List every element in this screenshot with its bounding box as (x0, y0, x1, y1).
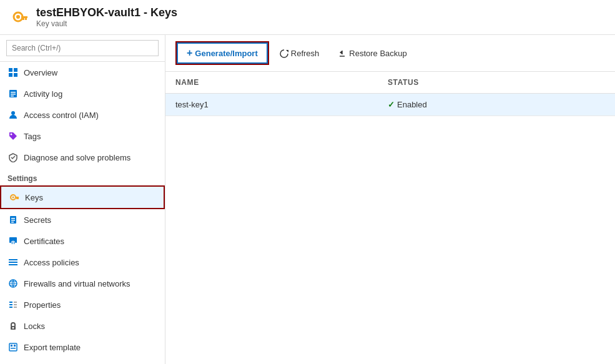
sidebar-item-label-keys: Keys (25, 193, 43, 202)
svg-rect-35 (14, 302, 17, 303)
refresh-button[interactable]: Refresh (272, 44, 328, 62)
sidebar-item-label-tags: Tags (24, 132, 41, 141)
settings-section-header: Settings (0, 168, 165, 185)
sidebar-item-secrets[interactable]: Secrets (0, 209, 165, 230)
column-name: NAME (165, 72, 378, 94)
certificates-icon (7, 235, 19, 247)
page-header: testEHBYOK-vault1 - Keys Key vault (0, 0, 615, 35)
check-icon: ✓ (388, 100, 395, 109)
monitoring-section-header: Monitoring (0, 358, 165, 364)
svg-rect-30 (9, 264, 17, 265)
svg-rect-32 (9, 302, 12, 303)
sidebar-item-label-firewalls: Firewalls and virtual networks (24, 279, 130, 288)
generate-import-label: Generate/Import (195, 49, 257, 58)
svg-rect-22 (11, 218, 15, 219)
keys-table-container: NAME STATUS test-key1 ✓ Enabled (165, 72, 615, 364)
sidebar-item-locks[interactable]: Locks (0, 315, 165, 337)
sidebar-item-firewalls[interactable]: Firewalls and virtual networks (0, 273, 165, 294)
sidebar-item-diagnose[interactable]: Diagnose and solve problems (0, 147, 165, 168)
toolbar: + Generate/Import Refresh Restore Backup (165, 35, 615, 72)
status-label: Enabled (397, 100, 427, 109)
svg-rect-9 (14, 73, 17, 77)
generate-import-highlight: + Generate/Import (175, 41, 269, 65)
svg-rect-28 (9, 259, 17, 260)
sidebar-item-properties[interactable]: Properties (0, 294, 165, 315)
svg-rect-4 (25, 18, 27, 20)
secrets-icon (7, 214, 19, 225)
sidebar-item-activity-log[interactable]: Activity log (0, 83, 165, 104)
restore-backup-label: Restore Backup (349, 49, 407, 58)
export-template-icon (7, 342, 19, 353)
activity-log-icon (7, 88, 19, 99)
svg-rect-27 (12, 242, 14, 245)
svg-point-39 (12, 327, 14, 329)
cell-key-status: ✓ Enabled (378, 94, 615, 116)
access-policies-icon (7, 257, 19, 268)
table-header-row: NAME STATUS (165, 72, 615, 94)
generate-import-button[interactable]: + Generate/Import (177, 42, 268, 64)
status-badge: ✓ Enabled (388, 100, 605, 109)
svg-marker-44 (286, 50, 288, 52)
svg-rect-8 (9, 73, 12, 77)
svg-rect-36 (14, 304, 17, 305)
svg-point-2 (16, 15, 20, 19)
svg-rect-7 (14, 68, 17, 72)
sidebar-item-export-template[interactable]: Export template (0, 337, 165, 358)
sidebar-item-label-activity: Activity log (24, 89, 62, 99)
sidebar-item-label-access: Access control (IAM) (24, 111, 99, 120)
refresh-icon (280, 48, 288, 58)
sidebar-item-overview[interactable]: Overview (0, 62, 165, 83)
tags-icon (7, 130, 19, 142)
search-input[interactable] (6, 40, 159, 56)
svg-rect-13 (11, 96, 14, 97)
svg-rect-11 (11, 92, 16, 93)
access-control-icon (7, 109, 19, 121)
svg-rect-19 (17, 198, 19, 199)
svg-rect-24 (11, 222, 14, 223)
restore-backup-button[interactable]: Restore Backup (330, 44, 415, 62)
sidebar: Overview Activity log Access control (IA… (0, 35, 165, 364)
header-text: testEHBYOK-vault1 - Keys Key vault (36, 6, 177, 28)
sidebar-item-access-control[interactable]: Access control (IAM) (0, 104, 165, 125)
svg-rect-34 (9, 307, 12, 308)
sidebar-item-label-overview: Overview (24, 68, 57, 77)
restore-icon (338, 48, 347, 58)
svg-rect-6 (9, 68, 12, 72)
firewalls-icon (7, 278, 19, 289)
diagnose-icon (7, 152, 19, 163)
sidebar-item-label-policies: Access policies (24, 258, 79, 267)
properties-icon (7, 299, 19, 310)
svg-rect-42 (11, 348, 16, 349)
sidebar-item-label-secrets: Secrets (24, 215, 51, 225)
svg-rect-41 (11, 345, 12, 347)
keys-table: NAME STATUS test-key1 ✓ Enabled (165, 72, 615, 116)
content-area: + Generate/Import Refresh Restore Backup (165, 35, 615, 364)
refresh-label: Refresh (291, 49, 320, 58)
sidebar-item-access-policies[interactable]: Access policies (0, 252, 165, 273)
svg-point-17 (12, 197, 14, 199)
svg-rect-12 (11, 94, 16, 95)
overview-icon (7, 67, 19, 78)
svg-rect-3 (21, 16, 27, 18)
keys-icon (9, 192, 20, 203)
cell-key-name: test-key1 (165, 94, 378, 116)
svg-rect-23 (11, 220, 15, 221)
sidebar-item-certificates[interactable]: Certificates (0, 230, 165, 252)
key-vault-icon (10, 7, 30, 27)
page-title: testEHBYOK-vault1 - Keys (36, 6, 177, 19)
main-layout: Overview Activity log Access control (IA… (0, 35, 615, 364)
page-subtitle: Key vault (36, 19, 177, 28)
svg-point-14 (11, 111, 15, 115)
svg-rect-20 (16, 198, 17, 199)
sidebar-item-keys[interactable]: Keys (0, 185, 165, 209)
svg-rect-29 (9, 262, 17, 263)
locks-icon (7, 320, 19, 332)
svg-rect-5 (22, 18, 24, 20)
table-row[interactable]: test-key1 ✓ Enabled (165, 94, 615, 116)
sidebar-item-label-properties: Properties (24, 300, 61, 310)
column-status: STATUS (378, 72, 615, 94)
svg-rect-43 (14, 345, 16, 347)
sidebar-item-label-certificates: Certificates (24, 237, 64, 246)
sidebar-item-label-locks: Locks (24, 322, 45, 331)
sidebar-item-tags[interactable]: Tags (0, 125, 165, 147)
